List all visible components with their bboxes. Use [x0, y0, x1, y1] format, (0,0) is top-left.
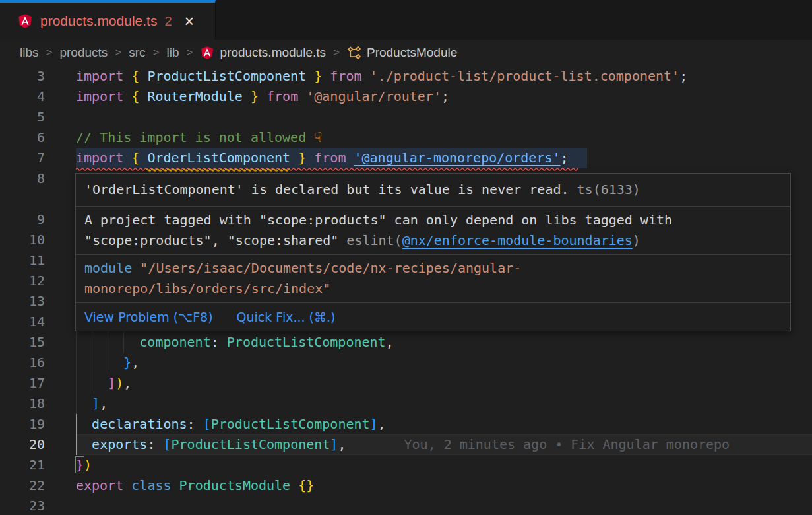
code-line-content[interactable]: import { RouterModule } from '@angular/r…: [76, 86, 812, 107]
quick-fix-action[interactable]: Quick Fix... (⌘.): [237, 309, 336, 325]
angular-icon: [200, 46, 214, 60]
code-line-16: 16 },: [0, 353, 812, 373]
code-line-content[interactable]: // This import is not allowed ☟: [76, 127, 812, 148]
line-number: 21: [0, 455, 45, 475]
code-line-content[interactable]: declarations: [ProductListComponent],: [76, 414, 812, 434]
gutter: 10: [0, 230, 76, 250]
line-number: 12: [0, 271, 45, 291]
code-line-content[interactable]: [76, 496, 812, 515]
warning-squiggle-icon: [146, 166, 290, 172]
code-editor[interactable]: 3import { ProductListComponent } from '.…: [0, 66, 812, 515]
code-line-content[interactable]: import { OrderListComponent } from '@ang…: [76, 148, 812, 168]
gutter: 7: [0, 148, 76, 168]
code-token: exports: [92, 436, 147, 452]
code-token: ☟: [314, 129, 322, 145]
code-token: declarations: [92, 416, 187, 432]
gutter: 15: [0, 332, 76, 353]
code-token: {}: [298, 477, 314, 493]
code-token: [76, 334, 139, 350]
code-token: ,: [386, 334, 394, 350]
breadcrumb-item-lib[interactable]: lib: [167, 46, 179, 60]
code-token: from: [306, 150, 354, 166]
line-number: 4: [0, 86, 45, 107]
gutter: 4: [0, 86, 76, 107]
code-line-content[interactable]: import { ProductListComponent } from './…: [76, 66, 812, 86]
code-line-17: 17 ]),: [0, 373, 812, 394]
breadcrumb-item-src[interactable]: src: [129, 46, 145, 60]
code-line-19: 19 declarations: [ProductListComponent],: [0, 414, 812, 434]
code-token: :: [187, 416, 203, 432]
code-line-3: 3import { ProductListComponent } from '.…: [0, 66, 812, 86]
code-token: ]: [370, 416, 378, 432]
gutter: 20: [0, 434, 76, 455]
code-token: }: [314, 68, 322, 84]
close-icon[interactable]: ×: [185, 13, 195, 30]
chevron-right-icon: >: [115, 46, 121, 59]
breadcrumb-item-products-module-ts[interactable]: products.module.ts: [200, 46, 326, 60]
gutter: 12: [0, 271, 76, 291]
line-number: 19: [0, 414, 45, 434]
code-token: from: [322, 68, 369, 84]
code-line-content[interactable]: exports: [ProductListComponent],You, 2 m…: [76, 434, 812, 455]
code-token: ;: [441, 88, 449, 104]
code-token: ]: [330, 436, 338, 452]
code-token: ): [115, 375, 123, 391]
code-line-content[interactable]: [76, 107, 812, 127]
line-number: 11: [0, 250, 45, 271]
code-token: ;: [679, 68, 687, 84]
breadcrumb-label: products: [59, 46, 108, 60]
code-line-content[interactable]: ],: [76, 394, 812, 414]
code-token: import: [76, 150, 131, 166]
diagnostic-text: 'OrderListComponent' is declared but its…: [84, 182, 569, 197]
eslint-rule-link[interactable]: @nx/enforce-module-boundaries: [402, 232, 633, 248]
code-line-content[interactable]: },: [76, 353, 812, 373]
module-path: monorepo/libs/orders/src/index": [84, 281, 330, 296]
code-token: ProductListComponent: [211, 416, 370, 432]
code-token: from: [259, 88, 306, 104]
code-line-content[interactable]: export class ProductsModule {}: [76, 475, 812, 496]
diagnostic-source: ts(6133): [569, 182, 640, 197]
tab-products-module[interactable]: products.module.ts 2 ×: [0, 0, 216, 40]
angular-icon: [17, 13, 33, 29]
code-token: ,: [100, 395, 108, 411]
line-number: 15: [0, 332, 45, 353]
code-token: ]: [92, 395, 100, 411]
gutter: 23: [0, 496, 76, 515]
line-number: 6: [0, 127, 45, 148]
gutter: 8: [0, 168, 76, 189]
code-token: ,: [378, 416, 386, 432]
code-line-content[interactable]: ]),: [76, 373, 812, 394]
line-number: 22: [0, 475, 45, 496]
breadcrumb-item-productsmodule[interactable]: ProductsModule: [347, 46, 457, 60]
code-line-content[interactable]: component: ProductListComponent,: [76, 332, 812, 353]
gutter: 9: [0, 209, 76, 230]
code-token: [76, 416, 92, 432]
code-token: [76, 395, 92, 411]
breadcrumb-label: lib: [167, 46, 179, 60]
gutter: 5: [0, 107, 76, 127]
code-token: '@angular-monorepo/orders': [354, 150, 560, 166]
code-token: :: [147, 436, 163, 452]
eslint-diagnostic-message: A project tagged with "scope:products" c…: [76, 207, 790, 254]
code-token: [: [163, 436, 171, 452]
code-line-6: 6// This import is not allowed ☟: [0, 127, 812, 148]
gutter: 3: [0, 66, 76, 86]
code-line-23: 23: [0, 496, 812, 515]
breadcrumb-item-libs[interactable]: libs: [20, 46, 39, 60]
view-problem-action[interactable]: View Problem (⌥F8): [84, 309, 213, 325]
code-line-content[interactable]: }): [76, 455, 812, 475]
diagnostic-text: A project tagged with "scope:products" c…: [84, 212, 672, 228]
code-line-18: 18 ],: [0, 394, 812, 414]
module-path-info: module "/Users/isaac/Documents/code/nx-r…: [76, 255, 790, 302]
line-number: 5: [0, 107, 45, 127]
code-token: [: [203, 416, 211, 432]
line-number: 20: [0, 434, 45, 455]
code-token: [76, 436, 92, 452]
line-number: 9: [0, 209, 45, 230]
code-token: ProductListComponent: [139, 68, 314, 84]
tab-title: products.module.ts: [40, 13, 157, 29]
hover-status-bar: View Problem (⌥F8) Quick Fix... (⌘.): [76, 303, 790, 331]
breadcrumb-item-products[interactable]: products: [59, 46, 108, 60]
gutter: 11: [0, 250, 76, 271]
line-number: 8: [0, 168, 45, 189]
